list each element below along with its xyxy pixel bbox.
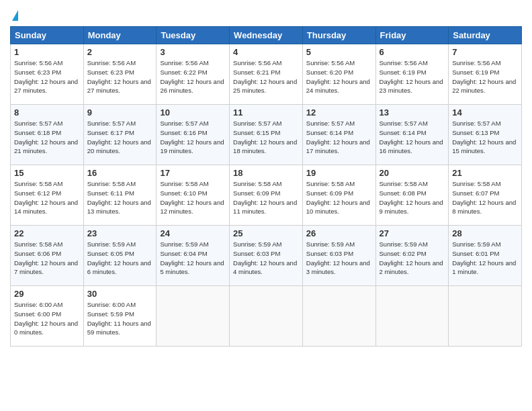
calendar-cell: 1Sunrise: 5:56 AM Sunset: 6:23 PM Daylig… bbox=[11, 44, 84, 105]
weekday-header-friday: Friday bbox=[375, 27, 449, 44]
day-number: 2 bbox=[87, 47, 153, 57]
calendar-cell: 11Sunrise: 5:57 AM Sunset: 6:15 PM Dayli… bbox=[230, 105, 303, 165]
day-number: 6 bbox=[380, 47, 445, 57]
calendar-cell: 17Sunrise: 5:58 AM Sunset: 6:10 PM Dayli… bbox=[157, 165, 230, 226]
calendar-cell: 13Sunrise: 5:57 AM Sunset: 6:14 PM Dayli… bbox=[375, 105, 449, 165]
cell-info: Sunrise: 5:56 AM Sunset: 6:22 PM Dayligh… bbox=[160, 58, 226, 95]
calendar-cell: 5Sunrise: 5:56 AM Sunset: 6:20 PM Daylig… bbox=[302, 44, 375, 105]
cell-info: Sunrise: 5:56 AM Sunset: 6:23 PM Dayligh… bbox=[14, 58, 80, 95]
weekday-header-sunday: Sunday bbox=[11, 27, 84, 44]
day-number: 15 bbox=[14, 168, 80, 178]
calendar-cell: 30Sunrise: 6:00 AM Sunset: 5:59 PM Dayli… bbox=[83, 286, 157, 347]
cell-info: Sunrise: 5:57 AM Sunset: 6:15 PM Dayligh… bbox=[233, 119, 299, 156]
cell-info: Sunrise: 5:57 AM Sunset: 6:14 PM Dayligh… bbox=[380, 119, 445, 156]
calendar-cell: 15Sunrise: 5:58 AM Sunset: 6:12 PM Dayli… bbox=[11, 165, 84, 226]
day-number: 24 bbox=[160, 228, 226, 238]
day-number: 21 bbox=[452, 168, 518, 178]
calendar-cell bbox=[302, 286, 375, 347]
calendar-cell: 10Sunrise: 5:57 AM Sunset: 6:16 PM Dayli… bbox=[157, 105, 230, 165]
cell-info: Sunrise: 5:57 AM Sunset: 6:13 PM Dayligh… bbox=[452, 119, 518, 156]
cell-info: Sunrise: 6:00 AM Sunset: 5:59 PM Dayligh… bbox=[87, 300, 153, 337]
day-number: 20 bbox=[380, 168, 445, 178]
calendar-cell bbox=[157, 286, 230, 347]
day-number: 8 bbox=[14, 107, 80, 118]
cell-info: Sunrise: 5:59 AM Sunset: 6:03 PM Dayligh… bbox=[306, 240, 372, 277]
day-number: 14 bbox=[452, 107, 518, 118]
day-number: 30 bbox=[87, 289, 153, 299]
weekday-header-monday: Monday bbox=[83, 27, 157, 44]
calendar-cell bbox=[449, 286, 522, 347]
cell-info: Sunrise: 5:59 AM Sunset: 6:04 PM Dayligh… bbox=[160, 240, 226, 277]
cell-info: Sunrise: 5:56 AM Sunset: 6:19 PM Dayligh… bbox=[380, 58, 445, 95]
calendar-cell: 27Sunrise: 5:59 AM Sunset: 6:02 PM Dayli… bbox=[375, 226, 449, 286]
calendar-cell: 7Sunrise: 5:56 AM Sunset: 6:19 PM Daylig… bbox=[449, 44, 522, 105]
logo bbox=[10, 7, 18, 21]
day-number: 17 bbox=[160, 168, 226, 178]
cell-info: Sunrise: 6:00 AM Sunset: 6:00 PM Dayligh… bbox=[14, 300, 80, 337]
cell-info: Sunrise: 5:59 AM Sunset: 6:05 PM Dayligh… bbox=[87, 240, 153, 277]
calendar-week-3: 15Sunrise: 5:58 AM Sunset: 6:12 PM Dayli… bbox=[11, 165, 522, 226]
calendar-cell: 23Sunrise: 5:59 AM Sunset: 6:05 PM Dayli… bbox=[83, 226, 157, 286]
page: SundayMondayTuesdayWednesdayThursdayFrid… bbox=[0, 0, 532, 357]
day-number: 12 bbox=[306, 107, 372, 118]
cell-info: Sunrise: 5:56 AM Sunset: 6:20 PM Dayligh… bbox=[306, 58, 372, 95]
day-number: 18 bbox=[233, 168, 299, 178]
calendar-cell: 20Sunrise: 5:58 AM Sunset: 6:08 PM Dayli… bbox=[375, 165, 449, 226]
weekday-header-tuesday: Tuesday bbox=[157, 27, 230, 44]
cell-info: Sunrise: 5:58 AM Sunset: 6:06 PM Dayligh… bbox=[14, 240, 80, 277]
logo-triangle-icon bbox=[12, 10, 18, 21]
calendar-cell: 19Sunrise: 5:58 AM Sunset: 6:09 PM Dayli… bbox=[302, 165, 375, 226]
weekday-header-wednesday: Wednesday bbox=[230, 27, 303, 44]
cell-info: Sunrise: 5:56 AM Sunset: 6:19 PM Dayligh… bbox=[452, 58, 518, 95]
weekday-header-thursday: Thursday bbox=[302, 27, 375, 44]
header bbox=[10, 7, 522, 21]
day-number: 26 bbox=[306, 228, 372, 238]
day-number: 1 bbox=[14, 47, 80, 57]
calendar-cell: 16Sunrise: 5:58 AM Sunset: 6:11 PM Dayli… bbox=[83, 165, 157, 226]
calendar-cell: 6Sunrise: 5:56 AM Sunset: 6:19 PM Daylig… bbox=[375, 44, 449, 105]
calendar-cell: 8Sunrise: 5:57 AM Sunset: 6:18 PM Daylig… bbox=[11, 105, 84, 165]
cell-info: Sunrise: 5:59 AM Sunset: 6:03 PM Dayligh… bbox=[233, 240, 299, 277]
day-number: 28 bbox=[452, 228, 518, 238]
day-number: 3 bbox=[160, 47, 226, 57]
cell-info: Sunrise: 5:56 AM Sunset: 6:21 PM Dayligh… bbox=[233, 58, 299, 95]
calendar-cell: 28Sunrise: 5:59 AM Sunset: 6:01 PM Dayli… bbox=[449, 226, 522, 286]
cell-info: Sunrise: 5:58 AM Sunset: 6:07 PM Dayligh… bbox=[452, 179, 518, 216]
day-number: 19 bbox=[306, 168, 372, 178]
cell-info: Sunrise: 5:57 AM Sunset: 6:16 PM Dayligh… bbox=[160, 119, 226, 156]
cell-info: Sunrise: 5:59 AM Sunset: 6:01 PM Dayligh… bbox=[452, 240, 518, 277]
calendar-week-5: 29Sunrise: 6:00 AM Sunset: 6:00 PM Dayli… bbox=[11, 286, 522, 347]
cell-info: Sunrise: 5:59 AM Sunset: 6:02 PM Dayligh… bbox=[380, 240, 445, 277]
day-number: 11 bbox=[233, 107, 299, 118]
day-number: 9 bbox=[87, 107, 153, 118]
cell-info: Sunrise: 5:57 AM Sunset: 6:17 PM Dayligh… bbox=[87, 119, 153, 156]
calendar-cell: 24Sunrise: 5:59 AM Sunset: 6:04 PM Dayli… bbox=[157, 226, 230, 286]
day-number: 29 bbox=[14, 289, 80, 299]
cell-info: Sunrise: 5:57 AM Sunset: 6:14 PM Dayligh… bbox=[306, 119, 372, 156]
calendar-cell: 29Sunrise: 6:00 AM Sunset: 6:00 PM Dayli… bbox=[11, 286, 84, 347]
day-number: 22 bbox=[14, 228, 80, 238]
cell-info: Sunrise: 5:58 AM Sunset: 6:08 PM Dayligh… bbox=[380, 179, 445, 216]
weekday-header-saturday: Saturday bbox=[449, 27, 522, 44]
day-number: 13 bbox=[380, 107, 445, 118]
calendar-cell: 18Sunrise: 5:58 AM Sunset: 6:09 PM Dayli… bbox=[230, 165, 303, 226]
calendar-cell: 4Sunrise: 5:56 AM Sunset: 6:21 PM Daylig… bbox=[230, 44, 303, 105]
calendar-cell: 3Sunrise: 5:56 AM Sunset: 6:22 PM Daylig… bbox=[157, 44, 230, 105]
calendar-week-4: 22Sunrise: 5:58 AM Sunset: 6:06 PM Dayli… bbox=[11, 226, 522, 286]
cell-info: Sunrise: 5:58 AM Sunset: 6:10 PM Dayligh… bbox=[160, 179, 226, 216]
day-number: 7 bbox=[452, 47, 518, 57]
day-number: 10 bbox=[160, 107, 226, 118]
calendar-cell: 12Sunrise: 5:57 AM Sunset: 6:14 PM Dayli… bbox=[302, 105, 375, 165]
calendar-cell bbox=[230, 286, 303, 347]
calendar-table: SundayMondayTuesdayWednesdayThursdayFrid… bbox=[10, 26, 522, 347]
day-number: 27 bbox=[380, 228, 445, 238]
day-number: 5 bbox=[306, 47, 372, 57]
cell-info: Sunrise: 5:57 AM Sunset: 6:18 PM Dayligh… bbox=[14, 119, 80, 156]
cell-info: Sunrise: 5:58 AM Sunset: 6:09 PM Dayligh… bbox=[233, 179, 299, 216]
cell-info: Sunrise: 5:58 AM Sunset: 6:09 PM Dayligh… bbox=[306, 179, 372, 216]
cell-info: Sunrise: 5:58 AM Sunset: 6:11 PM Dayligh… bbox=[87, 179, 153, 216]
calendar-cell: 26Sunrise: 5:59 AM Sunset: 6:03 PM Dayli… bbox=[302, 226, 375, 286]
calendar-cell: 22Sunrise: 5:58 AM Sunset: 6:06 PM Dayli… bbox=[11, 226, 84, 286]
calendar-cell: 21Sunrise: 5:58 AM Sunset: 6:07 PM Dayli… bbox=[449, 165, 522, 226]
calendar-week-2: 8Sunrise: 5:57 AM Sunset: 6:18 PM Daylig… bbox=[11, 105, 522, 165]
